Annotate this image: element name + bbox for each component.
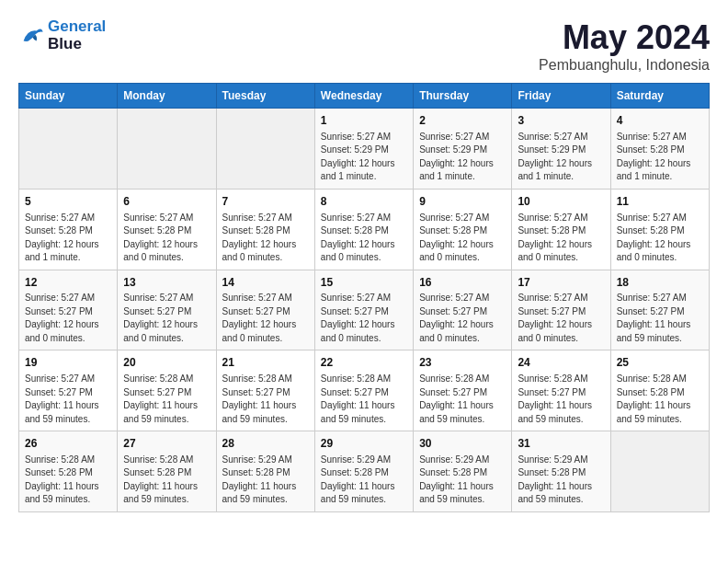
day-number: 29 xyxy=(321,436,407,452)
calendar-cell: 21Sunrise: 5:28 AM Sunset: 5:27 PM Dayli… xyxy=(216,350,314,431)
week-row-2: 5Sunrise: 5:27 AM Sunset: 5:28 PM Daylig… xyxy=(19,189,710,270)
header-tuesday: Tuesday xyxy=(216,84,314,109)
logo-text: General Blue xyxy=(48,18,106,52)
day-number: 2 xyxy=(419,113,506,129)
calendar-cell: 2Sunrise: 5:27 AM Sunset: 5:29 PM Daylig… xyxy=(414,109,512,190)
calendar-cell: 3Sunrise: 5:27 AM Sunset: 5:29 PM Daylig… xyxy=(512,109,610,190)
day-number: 30 xyxy=(419,436,506,452)
week-row-3: 12Sunrise: 5:27 AM Sunset: 5:27 PM Dayli… xyxy=(19,270,710,350)
logo-icon xyxy=(18,23,44,49)
calendar-cell: 11Sunrise: 5:27 AM Sunset: 5:28 PM Dayli… xyxy=(610,189,709,270)
day-info: Sunrise: 5:27 AM Sunset: 5:28 PM Dayligh… xyxy=(617,212,703,265)
calendar-cell: 19Sunrise: 5:27 AM Sunset: 5:27 PM Dayli… xyxy=(19,350,118,431)
calendar-cell: 24Sunrise: 5:28 AM Sunset: 5:27 PM Dayli… xyxy=(512,350,610,431)
week-row-1: 1Sunrise: 5:27 AM Sunset: 5:29 PM Daylig… xyxy=(19,109,710,190)
day-info: Sunrise: 5:27 AM Sunset: 5:28 PM Dayligh… xyxy=(518,212,604,265)
day-info: Sunrise: 5:28 AM Sunset: 5:27 PM Dayligh… xyxy=(222,373,309,426)
week-row-5: 26Sunrise: 5:28 AM Sunset: 5:28 PM Dayli… xyxy=(19,431,710,512)
calendar-cell xyxy=(216,109,314,190)
day-number: 1 xyxy=(321,113,407,129)
logo: General Blue xyxy=(18,18,106,52)
calendar-cell: 30Sunrise: 5:29 AM Sunset: 5:28 PM Dayli… xyxy=(414,431,512,512)
day-number: 27 xyxy=(123,436,210,452)
calendar-cell: 5Sunrise: 5:27 AM Sunset: 5:28 PM Daylig… xyxy=(19,189,118,270)
day-number: 15 xyxy=(321,275,407,291)
day-info: Sunrise: 5:27 AM Sunset: 5:28 PM Dayligh… xyxy=(321,212,407,265)
day-info: Sunrise: 5:27 AM Sunset: 5:27 PM Dayligh… xyxy=(321,292,407,345)
calendar-subtitle: Pembuanghulu, Indonesia xyxy=(539,57,710,74)
day-number: 7 xyxy=(222,194,309,210)
day-info: Sunrise: 5:27 AM Sunset: 5:27 PM Dayligh… xyxy=(617,292,703,345)
calendar-cell: 10Sunrise: 5:27 AM Sunset: 5:28 PM Dayli… xyxy=(512,189,610,270)
day-info: Sunrise: 5:27 AM Sunset: 5:28 PM Dayligh… xyxy=(25,212,111,265)
calendar-cell: 12Sunrise: 5:27 AM Sunset: 5:27 PM Dayli… xyxy=(19,270,118,350)
day-number: 9 xyxy=(419,194,506,210)
day-number: 23 xyxy=(419,355,506,371)
calendar-cell: 27Sunrise: 5:28 AM Sunset: 5:28 PM Dayli… xyxy=(118,431,216,512)
day-info: Sunrise: 5:29 AM Sunset: 5:28 PM Dayligh… xyxy=(518,454,604,507)
calendar-cell: 25Sunrise: 5:28 AM Sunset: 5:28 PM Dayli… xyxy=(610,350,709,431)
calendar-cell: 22Sunrise: 5:28 AM Sunset: 5:27 PM Dayli… xyxy=(314,350,413,431)
calendar-cell: 14Sunrise: 5:27 AM Sunset: 5:27 PM Dayli… xyxy=(216,270,314,350)
day-number: 10 xyxy=(518,194,604,210)
calendar-cell xyxy=(610,431,709,512)
day-info: Sunrise: 5:27 AM Sunset: 5:27 PM Dayligh… xyxy=(518,292,604,345)
calendar-cell: 6Sunrise: 5:27 AM Sunset: 5:28 PM Daylig… xyxy=(118,189,216,270)
calendar-cell: 9Sunrise: 5:27 AM Sunset: 5:28 PM Daylig… xyxy=(414,189,512,270)
calendar-cell: 15Sunrise: 5:27 AM Sunset: 5:27 PM Dayli… xyxy=(314,270,413,350)
day-number: 16 xyxy=(419,275,506,291)
calendar-cell: 13Sunrise: 5:27 AM Sunset: 5:27 PM Dayli… xyxy=(118,270,216,350)
day-info: Sunrise: 5:28 AM Sunset: 5:27 PM Dayligh… xyxy=(123,373,210,426)
day-number: 18 xyxy=(617,275,703,291)
day-number: 13 xyxy=(123,275,210,291)
day-info: Sunrise: 5:27 AM Sunset: 5:27 PM Dayligh… xyxy=(25,292,111,345)
calendar-cell: 7Sunrise: 5:27 AM Sunset: 5:28 PM Daylig… xyxy=(216,189,314,270)
day-info: Sunrise: 5:28 AM Sunset: 5:27 PM Dayligh… xyxy=(419,373,506,426)
page-header: General Blue May 2024 Pembuanghulu, Indo… xyxy=(18,18,710,74)
day-info: Sunrise: 5:27 AM Sunset: 5:27 PM Dayligh… xyxy=(222,292,309,345)
day-number: 26 xyxy=(25,436,111,452)
header-thursday: Thursday xyxy=(414,84,512,109)
day-info: Sunrise: 5:27 AM Sunset: 5:28 PM Dayligh… xyxy=(222,212,309,265)
calendar-cell: 23Sunrise: 5:28 AM Sunset: 5:27 PM Dayli… xyxy=(414,350,512,431)
calendar-title: May 2024 xyxy=(539,18,710,57)
calendar-cell: 8Sunrise: 5:27 AM Sunset: 5:28 PM Daylig… xyxy=(314,189,413,270)
day-info: Sunrise: 5:29 AM Sunset: 5:28 PM Dayligh… xyxy=(321,454,407,507)
day-info: Sunrise: 5:27 AM Sunset: 5:29 PM Dayligh… xyxy=(518,131,604,184)
day-number: 20 xyxy=(123,355,210,371)
day-number: 31 xyxy=(518,436,604,452)
calendar-cell: 20Sunrise: 5:28 AM Sunset: 5:27 PM Dayli… xyxy=(118,350,216,431)
week-row-4: 19Sunrise: 5:27 AM Sunset: 5:27 PM Dayli… xyxy=(19,350,710,431)
day-number: 17 xyxy=(518,275,604,291)
day-number: 5 xyxy=(25,194,111,210)
day-number: 25 xyxy=(617,355,703,371)
day-number: 4 xyxy=(617,113,703,129)
calendar-header-row: SundayMondayTuesdayWednesdayThursdayFrid… xyxy=(19,84,710,109)
day-info: Sunrise: 5:28 AM Sunset: 5:27 PM Dayligh… xyxy=(518,373,604,426)
header-wednesday: Wednesday xyxy=(314,84,413,109)
day-info: Sunrise: 5:28 AM Sunset: 5:28 PM Dayligh… xyxy=(25,454,111,507)
day-number: 14 xyxy=(222,275,309,291)
day-number: 11 xyxy=(617,194,703,210)
day-number: 19 xyxy=(25,355,111,371)
day-info: Sunrise: 5:28 AM Sunset: 5:27 PM Dayligh… xyxy=(321,373,407,426)
day-number: 21 xyxy=(222,355,309,371)
day-number: 28 xyxy=(222,436,309,452)
header-monday: Monday xyxy=(118,84,216,109)
calendar-cell: 31Sunrise: 5:29 AM Sunset: 5:28 PM Dayli… xyxy=(512,431,610,512)
calendar-cell: 1Sunrise: 5:27 AM Sunset: 5:29 PM Daylig… xyxy=(314,109,413,190)
calendar-cell: 28Sunrise: 5:29 AM Sunset: 5:28 PM Dayli… xyxy=(216,431,314,512)
calendar-cell: 18Sunrise: 5:27 AM Sunset: 5:27 PM Dayli… xyxy=(610,270,709,350)
day-number: 24 xyxy=(518,355,604,371)
calendar-cell: 17Sunrise: 5:27 AM Sunset: 5:27 PM Dayli… xyxy=(512,270,610,350)
day-number: 6 xyxy=(123,194,210,210)
day-info: Sunrise: 5:27 AM Sunset: 5:27 PM Dayligh… xyxy=(123,292,210,345)
day-number: 12 xyxy=(25,275,111,291)
day-number: 3 xyxy=(518,113,604,129)
header-sunday: Sunday xyxy=(19,84,118,109)
day-info: Sunrise: 5:27 AM Sunset: 5:28 PM Dayligh… xyxy=(617,131,703,184)
calendar-table: SundayMondayTuesdayWednesdayThursdayFrid… xyxy=(18,83,710,512)
calendar-cell: 16Sunrise: 5:27 AM Sunset: 5:27 PM Dayli… xyxy=(414,270,512,350)
calendar-cell: 26Sunrise: 5:28 AM Sunset: 5:28 PM Dayli… xyxy=(19,431,118,512)
day-info: Sunrise: 5:28 AM Sunset: 5:28 PM Dayligh… xyxy=(617,373,703,426)
